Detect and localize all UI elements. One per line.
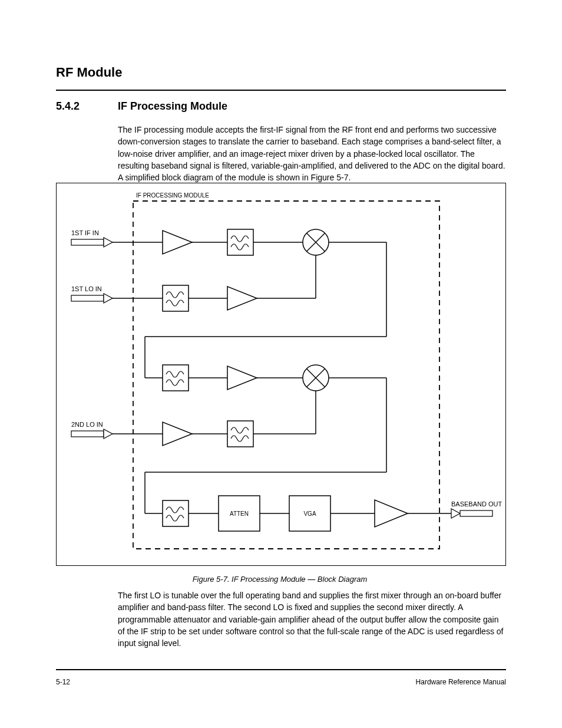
running-head: RF Module xyxy=(56,65,122,80)
port-second-lo-in-label: 2ND LO IN xyxy=(71,421,103,428)
rule-top xyxy=(56,90,506,91)
port-first-if-in-label: 1ST IF IN xyxy=(71,229,99,236)
block-amp1 xyxy=(163,230,192,254)
block-output-buffer xyxy=(375,500,408,527)
paragraph-intro: The IF processing module accepts the fir… xyxy=(118,124,507,183)
module-boundary-label: IF PROCESSING MODULE xyxy=(136,192,209,199)
section-number: 5.4.2 xyxy=(56,100,80,113)
block-amp2 xyxy=(227,366,257,390)
port-first-lo-in xyxy=(71,294,113,303)
paragraph-followup: The first LO is tunable over the full op… xyxy=(118,589,507,649)
block-attenuator-label: ATTEN xyxy=(230,510,249,517)
port-baseband-out-label: BASEBAND OUT xyxy=(451,500,502,508)
block-bpf1 xyxy=(227,229,253,255)
block-lo1-amp xyxy=(227,286,257,310)
block-mixer1 xyxy=(303,229,329,255)
port-second-lo-in xyxy=(71,429,113,439)
figure-frame: IF PROCESSING MODULE xyxy=(56,183,506,566)
port-first-lo-in-label: 1ST LO IN xyxy=(71,285,102,292)
block-lo2-filter xyxy=(227,421,253,447)
port-first-if-in xyxy=(71,238,113,247)
rule-bottom xyxy=(56,669,506,670)
block-lo2-amp xyxy=(163,422,192,446)
port-baseband-out xyxy=(451,509,492,518)
block-vga-label: VGA xyxy=(303,510,316,517)
block-mixer2 xyxy=(303,365,329,391)
page-number: 5-12 xyxy=(56,678,70,686)
block-bpf3 xyxy=(163,500,189,526)
block-bpf2 xyxy=(163,365,189,391)
doc-title-footer: Hardware Reference Manual xyxy=(416,678,506,686)
block-lo1-filter xyxy=(163,285,189,311)
section-heading: IF Processing Module xyxy=(118,100,227,113)
block-diagram: IF PROCESSING MODULE xyxy=(57,183,507,566)
figure-caption: Figure 5-7. IF Processing Module — Block… xyxy=(156,575,404,584)
